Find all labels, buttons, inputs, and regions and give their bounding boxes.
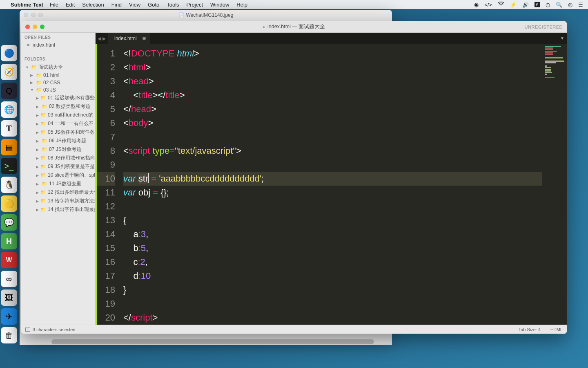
- disclosure-triangle-icon[interactable]: ▶: [36, 199, 39, 203]
- tab-bar: ◀ ▶ index.html ▼: [96, 33, 567, 44]
- menu-selection[interactable]: Selection: [82, 2, 104, 8]
- volume-icon[interactable]: 🔊: [522, 2, 529, 8]
- control-center-icon[interactable]: ☰: [578, 2, 583, 8]
- code-icon[interactable]: </>: [484, 2, 492, 8]
- disclosure-triangle-icon[interactable]: ▶: [36, 191, 39, 195]
- disclosure-triangle-icon[interactable]: ▶: [30, 73, 34, 77]
- dock-app-icon[interactable]: 🟡: [1, 195, 17, 212]
- menu-find[interactable]: Find: [111, 2, 122, 8]
- siri-icon[interactable]: ◎: [568, 2, 572, 8]
- folder-item[interactable]: ▶📁04 ==和===有什么不: [21, 119, 95, 128]
- folder-item[interactable]: ▶📁01 延迟加载JS有哪些方: [21, 94, 95, 102]
- folder-item[interactable]: ▶📁13 给字符串新增方法多: [21, 197, 95, 205]
- menu-edit[interactable]: Edit: [66, 2, 75, 8]
- dock-wps-icon[interactable]: W: [1, 252, 17, 268]
- folder-item[interactable]: ▶📁07 JS对象考题: [21, 145, 95, 154]
- disclosure-triangle-icon[interactable]: ▶: [36, 173, 39, 177]
- spotlight-icon[interactable]: 🔍: [556, 2, 562, 8]
- folder-item[interactable]: ▶ 📁 02 CSS: [21, 79, 95, 86]
- menu-file[interactable]: File: [50, 2, 58, 8]
- close-button[interactable]: [25, 25, 30, 29]
- editor-tab[interactable]: index.html: [108, 33, 150, 44]
- folder-item[interactable]: ▶📁09 JS判断变量是不是: [21, 162, 95, 171]
- disclosure-triangle-icon[interactable]: ▶: [36, 165, 39, 169]
- menu-tools[interactable]: Tools: [167, 2, 179, 8]
- panel-switcher-icon[interactable]: [25, 328, 30, 332]
- disclosure-triangle-icon[interactable]: ▶: [36, 122, 39, 126]
- folder-label: 06 JS作用域考题: [49, 137, 86, 144]
- disclosure-triangle-icon[interactable]: ▶: [30, 81, 34, 85]
- disclosure-triangle-icon[interactable]: ▶: [36, 139, 40, 143]
- dock-preview-icon[interactable]: 🖼: [1, 289, 17, 306]
- dock-wechat-icon[interactable]: 💬: [1, 214, 17, 231]
- disclosure-triangle-icon[interactable]: ▶: [36, 105, 40, 109]
- folder-item[interactable]: ▶📁12 找出多维数组最大值: [21, 188, 95, 197]
- record-icon[interactable]: ◉: [474, 2, 479, 8]
- open-file-item[interactable]: index.html: [21, 41, 95, 49]
- folder-item[interactable]: ▶📁03 null和undefined的: [21, 111, 95, 119]
- tab-overflow-icon[interactable]: ▼: [560, 36, 564, 40]
- folder-root-label: 面试题大全: [38, 64, 63, 71]
- sublime-titlebar: ● index.html — 面试题大全 UNREGISTERED: [21, 21, 567, 33]
- folder-icon: 📁: [40, 130, 46, 135]
- clock-icon[interactable]: ◷: [546, 2, 550, 8]
- tab-history-back-forward[interactable]: ◀ ▶: [96, 33, 108, 44]
- bg-horizontal-scrollbar[interactable]: [20, 339, 392, 345]
- dock-safari-icon[interactable]: 🧭: [1, 64, 17, 80]
- folder-item[interactable]: ▶📁02 数据类型和考题: [21, 102, 95, 111]
- menu-goto[interactable]: Goto: [148, 2, 159, 8]
- folder-item[interactable]: ▶📁10 slice是干嘛的、spl: [21, 171, 95, 180]
- open-file-name: index.html: [33, 42, 55, 48]
- window-title: index.html — 面试题大全: [267, 23, 325, 30]
- folder-icon: 📁: [40, 121, 46, 126]
- menubar-app-name[interactable]: Sublime Text: [11, 2, 43, 8]
- dock-sublime-icon[interactable]: ▤: [1, 139, 17, 155]
- disclosure-triangle-icon[interactable]: ▶: [36, 208, 39, 212]
- input-icon[interactable]: 🅰: [535, 2, 540, 8]
- folder-item[interactable]: ▶📁08 JS作用域+this指向: [21, 154, 95, 162]
- folder-item[interactable]: ▶ 📁 01 html: [21, 72, 95, 79]
- folder-root[interactable]: ▼ 📁 面试题大全: [21, 63, 95, 72]
- dock-terminal-icon[interactable]: >_: [1, 158, 17, 174]
- dock-typora-icon[interactable]: T: [1, 120, 17, 137]
- menu-project[interactable]: Project: [187, 2, 203, 8]
- dock-app2-icon[interactable]: ✈: [1, 308, 17, 325]
- dock-quicktime-icon[interactable]: Q: [1, 83, 17, 99]
- status-syntax[interactable]: HTML: [550, 327, 563, 332]
- disclosure-triangle-icon[interactable]: ▶: [36, 130, 39, 135]
- code-area[interactable]: <!DOCTYPE html><html><head> <title></tit…: [120, 44, 542, 325]
- disclosure-triangle-icon[interactable]: ▶: [36, 148, 40, 152]
- dock-qq-icon[interactable]: 🐧: [1, 177, 17, 193]
- disclosure-triangle-icon[interactable]: ▼: [25, 65, 29, 70]
- disclosure-triangle-icon[interactable]: ▶: [36, 156, 39, 160]
- dock-chrome-icon[interactable]: 🌐: [1, 101, 17, 118]
- folder-icon: 📁: [40, 207, 46, 212]
- menu-window[interactable]: Window: [210, 2, 229, 8]
- battery-icon[interactable]: ⚡: [510, 2, 517, 8]
- disclosure-triangle-icon[interactable]: ▶: [36, 113, 39, 117]
- wifi-icon[interactable]: [498, 2, 504, 8]
- minimap[interactable]: [542, 44, 567, 325]
- folder-item[interactable]: ▶📁14 找出字符串出现最多: [21, 205, 95, 214]
- menu-view[interactable]: View: [129, 2, 140, 8]
- folder-item[interactable]: ▶📁05 JS微任务和宏任务: [21, 128, 95, 137]
- fullscreen-button[interactable]: [40, 25, 45, 29]
- dock-baidu-icon[interactable]: ∞: [1, 271, 17, 287]
- status-tab-size[interactable]: Tab Size: 4: [519, 327, 541, 332]
- dock-finder-icon[interactable]: 🔵: [1, 45, 17, 61]
- folder-icon: 📁: [40, 190, 46, 195]
- editor-area: ◀ ▶ index.html ▼ 12345678910111213141516…: [96, 33, 567, 325]
- folder-item[interactable]: ▶📁06 JS作用域考题: [21, 137, 95, 145]
- folder-item[interactable]: ▶📁11 JS数组去重: [21, 180, 95, 188]
- minimize-button[interactable]: [33, 25, 37, 29]
- folder-icon: 📁: [40, 112, 46, 118]
- dock-hbuilder-icon[interactable]: H: [1, 233, 17, 249]
- bg-traffic-lights[interactable]: [24, 13, 43, 17]
- disclosure-triangle-icon[interactable]: ▼: [30, 88, 34, 92]
- disclosure-triangle-icon[interactable]: ▶: [36, 96, 39, 100]
- editor-content[interactable]: 1234567891011121314151617181920 <!DOCTYP…: [96, 44, 567, 325]
- disclosure-triangle-icon[interactable]: ▶: [36, 182, 40, 186]
- menu-help[interactable]: Help: [236, 2, 247, 8]
- dock-trash-icon[interactable]: 🗑: [1, 327, 17, 343]
- folder-item[interactable]: ▼ 📁 03 JS: [21, 86, 95, 94]
